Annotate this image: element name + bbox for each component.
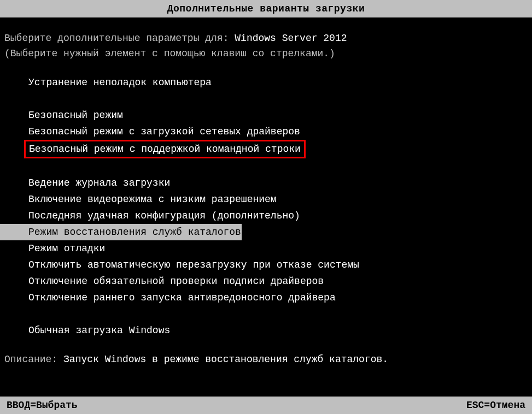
instruction-line: (Выберите нужный элемент с помощью клави…: [0, 44, 532, 59]
menu-item-safemode[interactable]: Безопасный режим: [0, 107, 532, 123]
menu-item-safemode-network[interactable]: Безопасный режим с загрузкой сетевых дра…: [0, 123, 532, 140]
footer-esc: ESC=Отмена: [466, 400, 525, 411]
menu-item-repair[interactable]: Устранение неполадок компьютера: [0, 74, 532, 91]
menu-item-disable-auto-restart[interactable]: Отключить автоматическую перезагрузку пр…: [0, 257, 532, 273]
spacer: [0, 158, 532, 175]
menu-item-disable-driver-sig[interactable]: Отключение обязательной проверки подписи…: [0, 273, 532, 289]
menu-item-normal-start[interactable]: Обычная загрузка Windows: [0, 322, 532, 339]
prompt-target: Windows Server 2012: [235, 33, 347, 44]
title-bar: Дополнительные варианты загрузки: [0, 0, 532, 17]
description-line: Описание: Запуск Windows в режиме восста…: [0, 350, 532, 365]
footer-bar: ВВОД=Выбрать ESC=Отмена: [0, 397, 532, 414]
menu-item-last-known-good[interactable]: Последняя удачная конфигурация (дополнит…: [0, 208, 532, 224]
description-text: Запуск Windows в режиме восстановления с…: [63, 354, 388, 365]
menu-item-safemode-cmd[interactable]: Безопасный режим с поддержкой командной …: [24, 140, 306, 158]
spacer: [0, 91, 532, 107]
content-area: Выберите дополнительные параметры для: W…: [0, 28, 532, 365]
boot-options-menu: Устранение неполадок компьютера Безопасн…: [0, 74, 532, 339]
menu-item-disable-elam[interactable]: Отключение раннего запуска антивредоносн…: [0, 289, 532, 306]
prompt-line: Выберите дополнительные параметры для: W…: [0, 28, 532, 44]
description-label: Описание:: [4, 354, 63, 365]
menu-item-lowres-video[interactable]: Включение видеорежима с низким разрешени…: [0, 191, 532, 208]
menu-item-dsrm[interactable]: Режим восстановления служб каталогов: [0, 224, 242, 240]
spacer: [0, 306, 532, 322]
footer-enter: ВВОД=Выбрать: [7, 400, 78, 411]
prompt-prefix: Выберите дополнительные параметры для:: [4, 33, 235, 44]
menu-item-boot-logging[interactable]: Ведение журнала загрузки: [0, 175, 532, 191]
title-text: Дополнительные варианты загрузки: [167, 3, 365, 14]
menu-item-debug[interactable]: Режим отладки: [0, 240, 532, 257]
